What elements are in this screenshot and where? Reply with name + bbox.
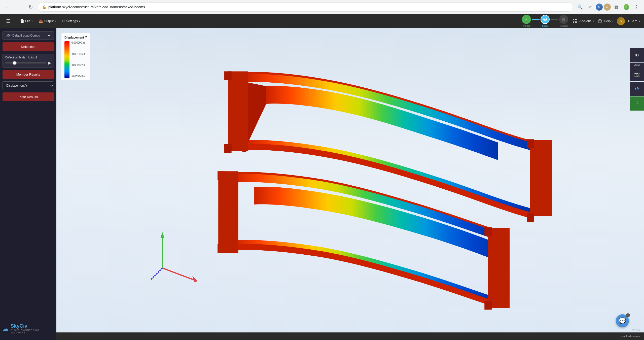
- svg-rect-1: [562, 18, 565, 21]
- workflow-design-step[interactable]: Design: [559, 15, 568, 27]
- workflow-model-step[interactable]: ✓ Model: [522, 15, 531, 27]
- search-button[interactable]: 🔍: [576, 3, 585, 12]
- sidebar: #0 - Default Load Combo Deflection Defle…: [0, 28, 56, 340]
- model-label: Model: [523, 24, 530, 27]
- output-icon: 📤: [39, 19, 43, 23]
- deflection-scale-value: Auto x2: [28, 56, 37, 59]
- user-section[interactable]: S Hi Sam ▾: [617, 17, 640, 25]
- bookmark-button[interactable]: ☆: [586, 3, 595, 12]
- help-button[interactable]: ? Help ▾: [598, 19, 613, 23]
- top-beam-right-cap-rect: [530, 140, 552, 216]
- bot-beam-bottom-flange-bottom: [234, 244, 494, 307]
- help-label: Help: [604, 19, 611, 23]
- svg-line-6: [150, 268, 162, 280]
- browser-actions: 🔍 ☆ M m ▦ S ⋮: [576, 3, 641, 12]
- bot-beam-right-cap-flange-bot: [484, 301, 492, 310]
- file-menu-button[interactable]: 📄 File ▾: [18, 18, 35, 24]
- workflow-connector-1: [532, 19, 540, 20]
- load-combo-dropdown[interactable]: #0 - Default Load Combo: [5, 33, 51, 38]
- hamburger-button[interactable]: ☰: [4, 17, 13, 25]
- more-button[interactable]: ⋮: [632, 3, 641, 12]
- user-avatar: S: [617, 17, 625, 25]
- logo-tagline: CLOUD ENGINEERING SOFTWARE: [11, 329, 54, 334]
- help-icon: ?: [598, 19, 602, 23]
- browser-toolbar: ← → ↻ 🔒 platform.skyciv.com/structural?p…: [0, 0, 644, 14]
- header-nav: 📄 File ▾ 📤 Output ▾ ⚙ Settings ▾: [18, 18, 517, 24]
- right-panel: 👁 Views 📷 ↺ ?: [630, 48, 644, 111]
- app-header: ☰ 📄 File ▾ 📤 Output ▾ ⚙ Settings ▾ ✓ Mo: [0, 14, 644, 28]
- camera-button[interactable]: 📷: [630, 67, 644, 81]
- bot-beam-right-cap-flange-top: [484, 227, 492, 236]
- deflection-scale-label: Deflection Scale: Auto x2: [5, 56, 51, 59]
- deflection-button[interactable]: Deflection: [3, 42, 54, 51]
- logo-text: SkyCiv: [11, 323, 54, 329]
- model-circle: ✓: [522, 15, 531, 24]
- app-container: ☰ 📄 File ▾ 📤 Output ▾ ⚙ Settings ▾ ✓ Mo: [0, 14, 644, 340]
- coordinate-axes: [150, 232, 197, 282]
- chat-icon: 💬: [619, 317, 626, 324]
- bot-beam-left-cap-rect: [218, 171, 238, 253]
- camera-icon: 📷: [634, 72, 640, 77]
- solve-label: Solve: [542, 24, 548, 27]
- addons-label: Add-ons: [579, 19, 591, 23]
- skyciv-logo-area: ☁ SkyCiv CLOUD ENGINEERING SOFTWARE: [3, 320, 54, 337]
- user-chevron-icon: ▾: [639, 20, 640, 22]
- workflow-solve-step[interactable]: Solve: [541, 15, 550, 27]
- question-icon: ?: [635, 100, 638, 107]
- eye-icon: 👁: [635, 53, 639, 58]
- views-label: Views: [630, 63, 644, 67]
- profile-avatar[interactable]: M: [596, 4, 603, 11]
- svg-marker-3: [160, 232, 164, 238]
- reload-button[interactable]: ↻: [26, 3, 35, 12]
- deflection-scale-slider[interactable]: [5, 62, 46, 63]
- chat-widget[interactable]: 💬 ✕: [616, 314, 629, 327]
- address-bar[interactable]: 🔒 platform.skyciv.com/structural?preload…: [38, 3, 573, 12]
- addons-button[interactable]: Add-ons ▾: [573, 19, 594, 23]
- workflow-steps: ✓ Model Solve Design: [522, 15, 568, 27]
- project-name: stacked-beams: [621, 335, 640, 338]
- back-button[interactable]: ←: [3, 3, 12, 12]
- viewport[interactable]: Displacement Y 0.000000 in -0.001016 in …: [56, 28, 644, 340]
- settings-menu-button[interactable]: ⚙ Settings ▾: [59, 18, 83, 24]
- tab-button[interactable]: ▦: [612, 3, 621, 12]
- design-icon: [562, 17, 566, 21]
- main-content: #0 - Default Load Combo Deflection Defle…: [0, 28, 644, 340]
- skyciv-logo: ☁ SkyCiv CLOUD ENGINEERING SOFTWARE: [3, 323, 54, 334]
- lock-icon: 🔒: [42, 5, 46, 9]
- top-beam-right-cap-flange-bot: [527, 213, 534, 222]
- output-menu-button[interactable]: 📤 Output ▾: [36, 18, 58, 24]
- user-greeting: Hi Sam: [626, 19, 637, 23]
- version-badge: v4.4.0: [632, 328, 640, 331]
- top-beam-right-cap-flange-top: [527, 139, 534, 148]
- help-icon-button[interactable]: ?: [630, 96, 644, 111]
- plate-results-button[interactable]: Plate Results: [3, 92, 54, 101]
- member-results-button[interactable]: Member Results: [3, 70, 54, 79]
- workflow-connector-2: [551, 19, 558, 20]
- top-beam-left-cap-flange-top: [224, 71, 232, 80]
- bot-beam-right-cap-rect: [488, 228, 510, 308]
- deflection-scale-panel: Deflection Scale: Auto x2 ▶: [3, 54, 54, 67]
- top-beam-left-cap-rect: [228, 71, 248, 151]
- file-chevron-icon: ▾: [31, 20, 33, 22]
- chat-close-button[interactable]: ✕: [626, 313, 630, 317]
- settings-chevron-icon: ▾: [79, 20, 80, 22]
- displacement-select[interactable]: Displacement Y Displacement X Displaceme…: [3, 81, 54, 90]
- logo-text-area: SkyCiv CLOUD ENGINEERING SOFTWARE: [11, 323, 54, 334]
- addons-chevron-icon: ▾: [593, 20, 594, 22]
- reset-view-button[interactable]: ↺: [630, 82, 644, 96]
- help-chevron-icon: ▾: [612, 20, 613, 22]
- load-combo-select[interactable]: #0 - Default Load Combo: [3, 31, 54, 40]
- user-account-button[interactable]: S: [622, 3, 631, 12]
- top-beam-left-cap-flange-bot: [224, 144, 232, 153]
- user-avatar-m[interactable]: m: [604, 4, 611, 11]
- forward-button[interactable]: →: [15, 3, 24, 12]
- url-text: platform.skyciv.com/structural?preload_n…: [48, 5, 145, 9]
- file-icon: 📄: [20, 19, 24, 23]
- view-icon-button[interactable]: 👁: [630, 48, 644, 62]
- cloud-icon: ☁: [3, 325, 9, 332]
- header-right: Add-ons ▾ ? Help ▾ S Hi Sam ▾: [573, 17, 640, 25]
- design-label: Design: [560, 24, 568, 27]
- beams-svg: [56, 28, 644, 340]
- play-button[interactable]: ▶: [48, 60, 51, 65]
- design-circle: [559, 15, 568, 24]
